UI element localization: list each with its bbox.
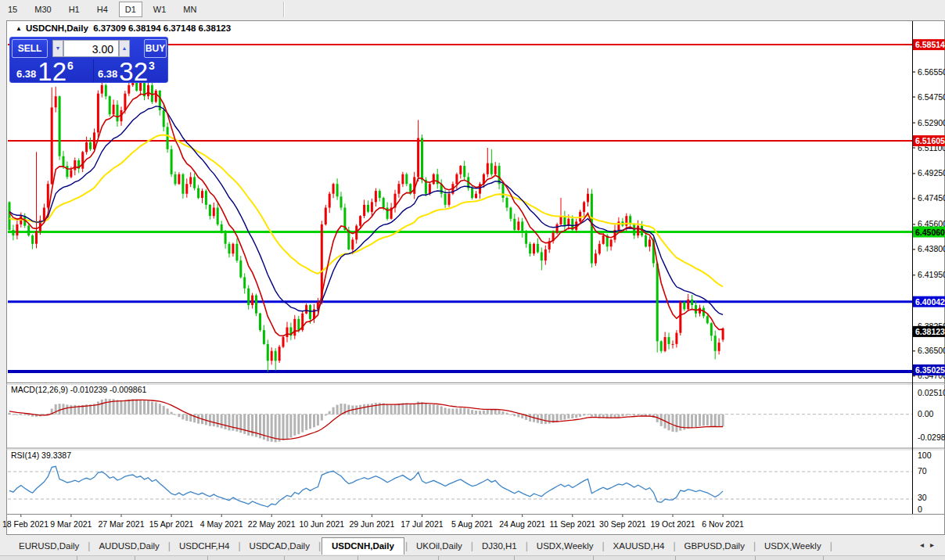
ask-main-digits: 32 (119, 60, 148, 83)
volume-decrease-button[interactable]: ▼ (52, 40, 63, 57)
chart-tab-usdx-weekly[interactable]: USDX,Weekly (529, 539, 602, 553)
macd-bar (228, 415, 231, 431)
macd-bar (278, 415, 281, 442)
statusbar-separator (755, 556, 756, 560)
candle-bull (544, 249, 547, 260)
x-axis-tick-label: 22 May 2021 (248, 519, 296, 529)
ask-sup-digit: 3 (149, 59, 155, 72)
chart-tab-ukoil-daily[interactable]: UKOil,Daily (408, 539, 470, 553)
candle-bear (297, 319, 300, 330)
price-axis-drag-area[interactable] (913, 21, 945, 514)
volume-input[interactable]: 3.00 (63, 40, 119, 57)
candle-bull (35, 232, 38, 244)
chart-tab-xauusd-h4[interactable]: XAUUSD,H4 (605, 539, 673, 553)
macd-bar (529, 415, 531, 422)
macd-bar (413, 404, 415, 415)
chart-tab-dj30-h1[interactable]: DJ30,H1 (474, 539, 525, 553)
candle-bear (197, 188, 199, 199)
macd-bar (425, 404, 427, 415)
tab-scroll-arrows[interactable]: ◂▸ (920, 540, 940, 549)
statusbar-separator (438, 556, 439, 560)
candle-bull (475, 194, 477, 198)
ma-fast-line (9, 92, 723, 336)
macd-bar (20, 415, 22, 415)
candle-bull (97, 94, 99, 133)
macd-bar (321, 415, 323, 421)
timeframe-button-15[interactable]: 15 (2, 2, 23, 17)
candle-bear (63, 156, 65, 167)
timeframe-button-d1[interactable]: D1 (119, 2, 142, 17)
candle-bear (31, 235, 34, 244)
candle-bear (529, 244, 531, 254)
macd-bar (363, 404, 365, 415)
candle-bear (235, 244, 238, 260)
buy-button[interactable]: BUY (144, 39, 167, 58)
macd-bar (487, 410, 489, 415)
x-axis-tick-label: 4 May 2021 (200, 519, 243, 529)
candle-bear (336, 184, 339, 196)
macd-bar (617, 415, 620, 417)
macd-bar (401, 403, 404, 414)
statusbar-separator (284, 556, 285, 560)
symbol-arrow-icon: ▲ (16, 25, 22, 32)
timeframe-button-h1[interactable]: H1 (63, 2, 86, 17)
candle-bull (675, 333, 677, 344)
macd-bar (714, 415, 717, 427)
chart-tab-usdcnh-daily[interactable]: USDCNH,Daily (322, 537, 404, 555)
candle-bear (463, 166, 465, 177)
macd-bar (367, 404, 369, 415)
timeframe-button-mn[interactable]: MN (177, 2, 203, 17)
tab-scroll-right-icon[interactable]: ▸ (930, 540, 940, 549)
candle-bull (189, 177, 192, 184)
candle-bull (363, 205, 365, 216)
macd-bar (695, 415, 697, 427)
macd-bar (59, 404, 61, 415)
bid-price-display[interactable]: 6.38 12 6 (16, 59, 74, 83)
macd-bar (135, 400, 138, 415)
candle-bull (329, 194, 331, 208)
macd-bar (672, 415, 674, 432)
candle-bear (633, 224, 635, 235)
macd-bar (97, 401, 99, 414)
candle-bull (201, 191, 203, 198)
candle-bull (325, 208, 327, 224)
macd-bar (429, 404, 431, 415)
volume-increase-button[interactable]: ▲ (119, 40, 130, 57)
timeframe-button-m30[interactable]: M30 (28, 2, 57, 17)
candle-bull (649, 239, 651, 246)
macd-bar (706, 415, 709, 426)
x-axis-tick-label: 30 Sep 2021 (599, 519, 646, 529)
statusbar-separator (593, 556, 594, 560)
candle-bull (55, 96, 57, 107)
tab-scroll-left-icon[interactable]: ◂ (920, 540, 930, 549)
chart-tab-audusd-daily[interactable]: AUDUSD,Daily (91, 539, 167, 553)
candle-bear (89, 142, 92, 149)
macd-bar (463, 408, 465, 415)
candle-bear (710, 323, 713, 336)
timeframe-button-w1[interactable]: W1 (147, 2, 173, 17)
macd-bar (390, 404, 393, 414)
chart-tab-eurusd-daily[interactable]: EURUSD,Daily (11, 539, 87, 553)
macd-bar (70, 405, 72, 415)
macd-bar (386, 404, 389, 415)
macd-bar (221, 415, 223, 429)
x-axis-tick-label: 18 Feb 2021 (2, 519, 49, 529)
sell-button[interactable]: SELL (12, 39, 48, 58)
chart-tab-gbpusd-daily[interactable]: GBPUSD,Daily (677, 539, 753, 553)
macd-bar (209, 415, 211, 426)
chart-tab-usdcad-daily[interactable]: USDCAD,Daily (242, 539, 318, 553)
candle-bear (668, 337, 670, 344)
chart-tab-usdchf-h4[interactable]: USDCHF,H4 (171, 539, 238, 553)
macd-bar (305, 415, 307, 430)
macd-bar (347, 405, 350, 415)
candle-bear (656, 264, 659, 342)
candle-bull (560, 216, 562, 224)
ask-price-display[interactable]: 6.38 32 3 (98, 59, 155, 83)
candle-bull (433, 174, 435, 185)
candle-bear (205, 191, 207, 205)
chart-tab-usdx-weekly[interactable]: USDX,Weekly (756, 539, 829, 553)
candle-bear (591, 194, 593, 264)
timeframe-button-h4[interactable]: H4 (91, 2, 114, 17)
candle-bear (537, 244, 539, 253)
macd-bar (591, 415, 593, 417)
